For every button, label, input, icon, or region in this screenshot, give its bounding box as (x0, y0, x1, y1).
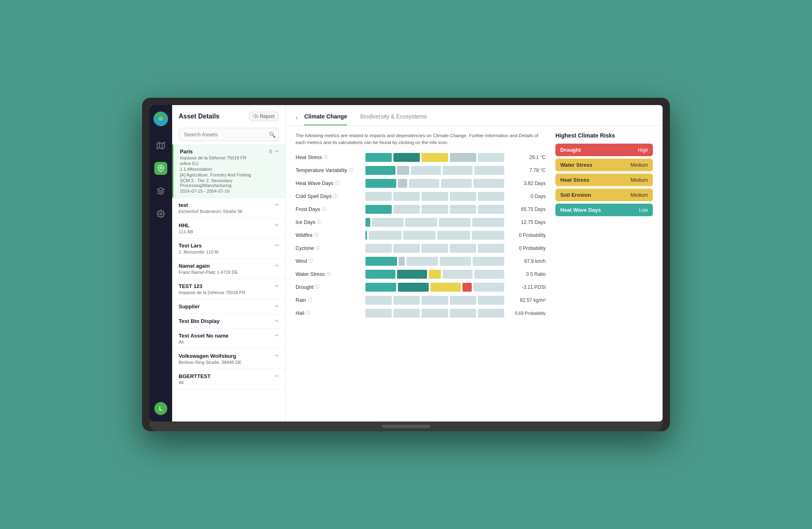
bar-segment (393, 192, 420, 201)
asset-address: All (179, 340, 279, 344)
risk-item-water-stress[interactable]: Water Stress Medium (555, 159, 653, 171)
metric-label: Ice Days ⓘ (296, 219, 361, 225)
info-icon[interactable]: ⓘ (306, 310, 311, 316)
metric-value: -3.11 PDSI (509, 284, 546, 290)
list-item[interactable]: Namel again ✏ Franz Namel-Platz 1 4718 D… (172, 259, 285, 279)
risk-label: Heat Wave Days (560, 207, 601, 213)
metric-row-water-stress: Water Stress ⓘ 0.5 Ratio (296, 270, 546, 279)
asset-level: 1.1 Afforestation (180, 167, 279, 172)
metric-bars (365, 192, 504, 201)
risk-label: Heat Stress (560, 177, 590, 183)
sidebar-icon-location[interactable] (154, 162, 167, 175)
bar-segment (429, 270, 441, 279)
list-item[interactable]: Test Bto Display ✏ (172, 314, 285, 329)
info-icon[interactable]: ⓘ (314, 232, 319, 238)
back-button[interactable]: ‹ (296, 114, 298, 121)
asset-item-actions: 🗑 ✏ (268, 148, 279, 154)
bar-segment (369, 231, 402, 240)
risks-panel-title: Highest Climate Risks (555, 132, 653, 139)
asset-address: Franz Namel-Platz 1 4718 DE (179, 270, 279, 275)
metric-row-ice: Ice Days ⓘ 12.75 Days (296, 218, 546, 227)
asset-item-paris[interactable]: Paris 🗑 ✏ Impasse de la Défense 75018 FR… (172, 144, 285, 198)
bar-segment (473, 179, 504, 188)
info-icon[interactable]: ⓘ (322, 206, 326, 212)
risk-item-heat-wave-days[interactable]: Heat Wave Days Low (555, 204, 653, 216)
risk-label: Drought (560, 147, 581, 153)
list-item[interactable]: Volkswagen Wolfsburg ✏ Berliner Ring Str… (172, 349, 285, 369)
asset-name: Test Asset No name (179, 333, 229, 339)
bar-segment (406, 257, 438, 266)
delete-icon[interactable]: 🗑 (268, 148, 273, 154)
info-icon[interactable]: ⓘ (308, 297, 312, 303)
metric-bars (365, 218, 504, 227)
info-icon[interactable]: ⓘ (324, 154, 328, 160)
metric-row-hail: Hail ⓘ 0.69 Probability (296, 309, 546, 318)
metric-label: Heat Stress ⓘ (296, 154, 361, 160)
edit-icon[interactable]: ✏ (275, 148, 279, 154)
sidebar-icon-settings[interactable] (154, 207, 167, 220)
asset-edit-icon[interactable]: ✏ (275, 318, 279, 324)
info-icon[interactable]: ⓘ (309, 258, 313, 264)
metric-bars (365, 153, 504, 162)
list-item[interactable]: BGERTTEST ✏ All (172, 369, 285, 389)
asset-edit-icon[interactable]: ✏ (275, 283, 279, 289)
user-avatar[interactable]: L (154, 402, 167, 415)
bar-segment (474, 270, 504, 279)
bar-segment (398, 179, 407, 188)
risk-level: High (638, 147, 648, 153)
metric-label: Wind ⓘ (296, 258, 361, 264)
bar-segment (398, 283, 429, 292)
list-item[interactable]: test ✏ Eichenhof Budenborn Straße 06 (172, 198, 285, 218)
risk-item-heat-stress[interactable]: Heat Stress Medium (555, 174, 653, 186)
bar-segment (365, 218, 370, 227)
risk-item-soil-erosion[interactable]: Soil Erosion Medium (555, 189, 653, 201)
info-icon[interactable]: ⓘ (315, 284, 320, 290)
list-item[interactable]: HHL ✏ 111 AB (172, 218, 285, 239)
bar-segment (450, 205, 476, 214)
app-logo[interactable] (153, 112, 168, 126)
bar-segment (397, 166, 409, 175)
info-icon[interactable]: ⓘ (326, 271, 331, 277)
metric-bars (365, 309, 504, 318)
bar-segment (450, 309, 476, 318)
info-icon[interactable]: ⓘ (315, 245, 320, 251)
risk-item-drought[interactable]: Drought High (555, 144, 653, 156)
asset-address: 1. Monzeville 110 Al (179, 249, 279, 254)
list-item[interactable]: Test Asset No name ✏ All (172, 329, 285, 349)
metric-label: Temperature Variability ⓘ (296, 167, 361, 173)
info-icon[interactable]: ⓘ (349, 167, 353, 173)
sidebar-icon-map[interactable] (154, 139, 167, 152)
metric-row-heat-stress: Heat Stress ⓘ 29.1 °C (296, 153, 546, 162)
metric-row-wildfire: Wildfire ⓘ 0 Probability (296, 231, 546, 240)
list-item[interactable]: TEST 123 ✏ Impasse de la Défense 75018 F… (172, 279, 285, 299)
asset-edit-icon[interactable]: ✏ (275, 303, 279, 309)
search-input[interactable] (179, 128, 279, 141)
asset-edit-icon[interactable]: ✏ (275, 333, 279, 338)
asset-edit-icon[interactable]: ✏ (275, 202, 279, 208)
asset-edit-icon[interactable]: ✏ (275, 263, 279, 269)
sidebar-icon-layers[interactable] (154, 185, 167, 198)
bar-segment (474, 166, 504, 175)
asset-edit-icon[interactable]: ✏ (275, 243, 279, 248)
metric-row-drought: Drought ⓘ -3.11 PDSI (296, 283, 546, 292)
info-icon[interactable]: ⓘ (317, 219, 322, 225)
asset-edit-icon[interactable]: ✏ (275, 373, 279, 379)
list-item[interactable]: Test Lars ✏ 1. Monzeville 110 Al (172, 239, 285, 259)
tab-climate-change[interactable]: Climate Change (304, 110, 347, 125)
metric-label: Drought ⓘ (296, 284, 361, 290)
info-icon[interactable]: ⓘ (335, 180, 339, 186)
bar-segment (365, 179, 396, 188)
metric-value: 62.57 kg/m² (509, 297, 546, 303)
asset-edit-icon[interactable]: ✏ (275, 353, 279, 359)
tab-biodiversity[interactable]: Biodiversity & Ecosystems (360, 110, 427, 125)
report-button[interactable]: Report (249, 112, 279, 121)
svg-point-9 (160, 213, 162, 215)
metric-label: Hail ⓘ (296, 310, 361, 316)
info-icon[interactable]: ⓘ (333, 193, 338, 199)
list-item[interactable]: Supplier ✏ (172, 299, 285, 314)
bar-segment (393, 205, 420, 214)
bar-segment (372, 218, 404, 227)
asset-edit-icon[interactable]: ✏ (275, 222, 279, 228)
metric-row-temp-variability: Temperature Variability ⓘ 7.78 °C (296, 166, 546, 175)
bar-segment (397, 270, 427, 279)
